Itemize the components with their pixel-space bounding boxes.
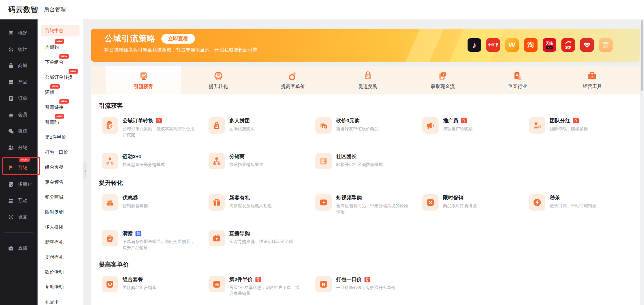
section-1: 引流获客公域订单转换荐公域订单兑奖励，低成本实现跨平台用户沉淀多人拼团团满优惠购… bbox=[91, 102, 640, 169]
view-now-button[interactable]: 立即查看 bbox=[161, 34, 195, 44]
wechat-icon bbox=[8, 128, 14, 134]
svg-text:¥: ¥ bbox=[443, 73, 445, 76]
tab-conversion[interactable]: 提升转化 bbox=[181, 66, 256, 94]
tab-label: 引流获客 bbox=[134, 83, 153, 90]
submenu-item-time-promo[interactable]: 限时促销 bbox=[38, 205, 83, 220]
tab-label: 提高客单价 bbox=[281, 83, 305, 90]
sidebar-item-live[interactable]: 直播 bbox=[0, 240, 38, 256]
submenu-item-bargain[interactable]: 砍价活动 bbox=[38, 265, 83, 280]
top-header: 码云数智 后台管理 bbox=[0, 0, 644, 19]
card-package-price[interactable]: N打包一口价荐一口价随心选，有效提升客单价 bbox=[315, 276, 422, 297]
card-title: 链动2+1 bbox=[123, 153, 141, 160]
new-badge: NEW bbox=[50, 84, 60, 89]
sidebar-item-multi-store[interactable]: 多商户 bbox=[0, 176, 38, 193]
sidebar-item-label: 产品 bbox=[18, 79, 27, 85]
card-combo-package[interactable]: 组合套餐关联商品组合销售 bbox=[102, 276, 209, 297]
submenu-item-combo-package[interactable]: 组合套餐 bbox=[38, 160, 83, 175]
marketing-flag-icon bbox=[8, 165, 14, 171]
submenu-item-deposit-presale[interactable]: 定金预售 bbox=[38, 175, 83, 190]
card-second-half-price[interactable]: %第2件半价荐再买1件立享优惠，刺激客户下单，提升商品销量 bbox=[209, 276, 315, 297]
sidebar-item-label: 营销 bbox=[18, 165, 27, 171]
tab-cashflow[interactable]: ¥获取现金流 bbox=[405, 66, 480, 94]
sidebar-item-product[interactable]: 产品 bbox=[0, 74, 38, 90]
sidebar-item-order[interactable]: 订单 bbox=[0, 90, 38, 107]
app-body: 概况统计商城产品订单会员微信分销营销HOT多商户互动设置直播 营销中心周期购NE… bbox=[0, 19, 644, 305]
secondary-sidebar: 营销中心周期购NEW下单组合NEW公域订单转换NEW满赠NEW引流链接NEW引流… bbox=[38, 19, 83, 305]
tab-cashflow-icon: ¥ bbox=[438, 71, 448, 81]
card-public-order-convert[interactable]: 公域订单转换荐公域订单兑奖励，低成本实现跨平台用户沉淀 bbox=[102, 117, 209, 138]
card-community-leader[interactable]: 社区团长轻松开启社区消费新模式 bbox=[315, 153, 422, 169]
card-description: 快速起盘全民分销模式 bbox=[123, 162, 196, 168]
banner-subtitle: 将公域粉丝高效引导至私域商城，打造专属流量池，开启私域增长新引擎 bbox=[104, 47, 257, 53]
tab-repurchase[interactable]: 促进复购 bbox=[330, 66, 405, 94]
submenu-item-cycle-buy[interactable]: 周期购NEW bbox=[38, 40, 83, 55]
card-promoter[interactable]: 推广员荐成功推广给奖励 bbox=[422, 117, 529, 138]
card-group-buy[interactable]: 多人拼团团满优惠购买 bbox=[209, 117, 315, 138]
card-title: 限时促销 bbox=[443, 195, 463, 201]
card-title: 推广员 bbox=[443, 118, 458, 124]
card-distributor[interactable]: 分销商快速拓宽销售渠道 bbox=[209, 153, 315, 169]
wechat-channels-icon: W bbox=[505, 38, 519, 52]
submenu-item-group-buy[interactable]: 多人拼团 bbox=[38, 220, 83, 235]
submenu-item-public-order-convert[interactable]: 公域订单转换NEW bbox=[38, 70, 83, 85]
percent-tag-icon bbox=[422, 194, 439, 211]
gift-box-icon bbox=[209, 194, 225, 211]
submenu-item-label: 礼品卡 bbox=[45, 299, 59, 305]
coupon-icon bbox=[102, 194, 118, 211]
sidebar-item-member[interactable]: 会员 bbox=[0, 107, 38, 123]
tab-tools[interactable]: 经营工具 bbox=[555, 66, 630, 94]
card-time-promo[interactable]: 限时促销商品限时打折满减 bbox=[422, 194, 529, 215]
jd-icon: 京东 bbox=[561, 38, 575, 52]
card-title: 秒杀 bbox=[550, 195, 560, 201]
section-2: 提升转化优惠券营销必备神器新客有礼向新客发放优惠大礼包短视频导购全方位包装商品，… bbox=[91, 179, 640, 251]
card-bargain-zero[interactable]: 砍价0元购邀请好友帮忙砍价商品 bbox=[315, 117, 422, 138]
tab-traffic[interactable]: 引流获客 bbox=[106, 66, 181, 94]
submenu-item-pay-gift[interactable]: 支付有礼 bbox=[38, 250, 83, 265]
card-chain-2plus1[interactable]: 链动2+1快速起盘全民分销模式 bbox=[102, 153, 209, 169]
sidebar-item-settings[interactable]: 设置 bbox=[0, 209, 38, 225]
submenu-item-second-half-price[interactable]: 第2件半价 bbox=[38, 130, 83, 145]
sidebar-collapse-handle[interactable]: ‹ bbox=[83, 163, 87, 179]
tab-industry[interactable]: 垂直行业 bbox=[480, 66, 555, 94]
submenu-item-order-combo[interactable]: 下单组合NEW bbox=[38, 55, 83, 70]
submenu-item-interact-activity[interactable]: 互动活动 bbox=[38, 280, 83, 295]
submenu-item-full-gift[interactable]: 满赠NEW bbox=[38, 85, 83, 100]
submenu-item-traffic-link[interactable]: 引流链接NEW bbox=[38, 100, 83, 115]
sidebar-item-interact[interactable]: 互动 bbox=[0, 193, 38, 209]
card-description: 向新客发放优惠大礼包 bbox=[229, 203, 302, 209]
submenu-item-marketing-center[interactable]: 营销中心 bbox=[41, 25, 80, 36]
card-title: 优惠券 bbox=[123, 195, 138, 201]
card-seckill[interactable]: 秒杀低价引流，带动商城销量 bbox=[529, 194, 636, 215]
sidebar-item-stats[interactable]: 统计 bbox=[0, 41, 38, 58]
chevron-left-icon: ‹ bbox=[85, 168, 86, 173]
submenu-item-package-price[interactable]: 打包一口价 bbox=[38, 145, 83, 160]
banner-title: 公域引流策略 bbox=[104, 33, 156, 44]
card-coupon[interactable]: 优惠券营销必备神器 bbox=[102, 194, 209, 215]
card-title: 直播导购 bbox=[229, 230, 250, 237]
card-description: 一口价随心选，有效提升客单价 bbox=[336, 285, 409, 291]
sidebar-item-mall[interactable]: 商城 bbox=[0, 58, 38, 74]
banner-text-block: 公域引流策略 立即查看 将公域粉丝高效引导至私域商城，打造专属流量池，开启私域增… bbox=[104, 33, 257, 53]
submenu-item-label: 砍价活动 bbox=[45, 269, 63, 275]
submenu-item-label: 引流码NEW bbox=[45, 119, 59, 125]
card-short-video[interactable]: 短视频导购全方位包装商品，带来身临其境的购物体验 bbox=[315, 194, 422, 215]
sidebar-item-overview[interactable]: 概况 bbox=[0, 25, 38, 41]
submenu-item-label: 打包一口价 bbox=[45, 149, 68, 155]
submenu-item-new-customer-gift[interactable]: 新客有礼 bbox=[38, 235, 83, 250]
submenu-item-points-mall[interactable]: 积分商城 bbox=[38, 190, 83, 205]
sidebar-item-marketing[interactable]: 营销HOT bbox=[0, 156, 38, 176]
section-heading: 提升转化 bbox=[99, 179, 640, 187]
card-live-guide[interactable]: 直播导购实时导购推荐，快速实现流量变现 bbox=[209, 230, 315, 251]
tab-label: 获取现金流 bbox=[431, 83, 455, 90]
submenu-item-gift-card[interactable]: 礼品卡 bbox=[38, 295, 83, 305]
card-new-customer-gift[interactable]: 新客有礼向新客发放优惠大礼包 bbox=[209, 194, 315, 215]
card-full-gift[interactable]: 满赠新下单满条件即送赠品，激励会员购买，提升产品销量 bbox=[102, 230, 209, 251]
box-n-icon: N bbox=[315, 276, 332, 292]
sidebar-item-wechat[interactable]: 微信 bbox=[0, 123, 38, 139]
tab-order-value[interactable]: 提高客单价 bbox=[256, 66, 330, 94]
sidebar-item-distribution[interactable]: 分销 bbox=[0, 139, 38, 156]
scrollbar-thumb[interactable] bbox=[641, 20, 643, 91]
card-description: 成功推广给奖励 bbox=[443, 126, 516, 132]
submenu-item-traffic-code[interactable]: 引流码NEW bbox=[38, 115, 83, 130]
card-team-bonus[interactable]: ¥团队分红荐团队作战，能者多得 bbox=[529, 117, 636, 138]
